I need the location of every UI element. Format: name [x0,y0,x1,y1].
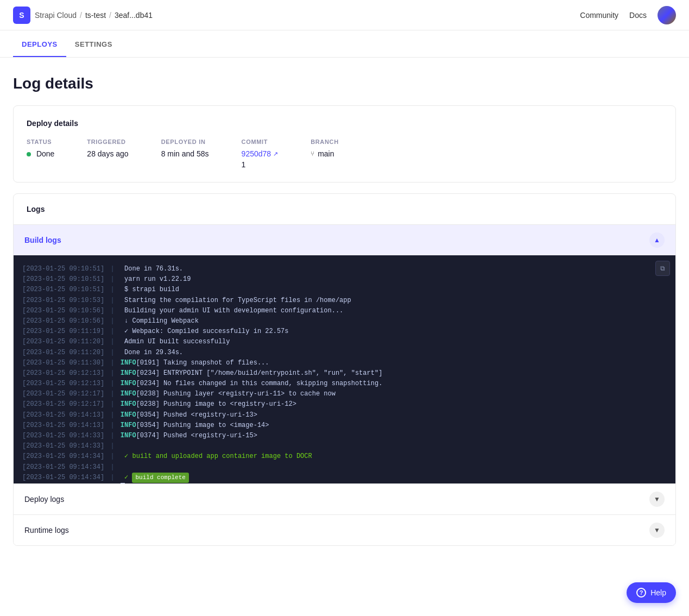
triggered-col: TRIGGERED 28 days ago [87,139,128,158]
deployed-in-label: DEPLOYED IN [161,139,209,145]
terminal-line: [2023-01-25 09:10:53] | Starting the com… [22,296,667,306]
cursor-block [121,483,125,483]
terminal-line: [2023-01-25 09:10:51] | yarn run v1.22.1… [22,274,667,285]
terminal-line: [2023-01-25 09:10:51] | Done in 76.31s. [22,264,667,274]
breadcrumb: Strapi Cloud / ts-test / 3eaf...db41 [35,11,153,20]
runtime-logs-section: Runtime logs ▼ [14,514,675,545]
terminal-line: [2023-01-25 09:14:34] | [22,483,667,483]
terminal-line: [2023-01-25 09:12:13] | INFO[0234] No fi… [22,379,667,389]
terminal-line: [2023-01-25 09:14:34] | ✓ build complete [22,473,667,483]
terminal-line: [2023-01-25 09:11:20] | Admin UI built s… [22,337,667,347]
commit-value: 9250d78 ↗ 1 [242,149,279,169]
tab-deploys[interactable]: DEPLOYS [13,33,66,57]
branch-col: BRANCH ⑂ main [311,139,339,158]
runtime-logs-title: Runtime logs [24,526,69,535]
terminal-line: [2023-01-25 09:12:13] | INFO[0234] ENTRY… [22,368,667,379]
terminal-line: [2023-01-25 09:14:13] | INFO[0354] Pushi… [22,420,667,431]
build-logs-terminal[interactable]: ⧉ [2023-01-25 09:10:51] | Done in 76.31s… [14,255,675,483]
deploy-logs-section: Deploy logs ▼ [14,483,675,514]
terminal-line: [2023-01-25 09:14:34] | ✓ built and uplo… [22,451,667,462]
breadcrumb-project[interactable]: ts-test [85,11,106,20]
build-logs-section: Build logs ▲ ⧉ [2023-01-25 09:10:51] | D… [14,224,675,483]
terminal-line: [2023-01-25 09:10:51] | $ strapi build [22,285,667,295]
logo-text: S [19,11,24,20]
triggered-label: TRIGGERED [87,139,128,145]
breadcrumb-commit: 3eaf...db41 [115,11,153,20]
deploy-details-card: Deploy details STATUS Done TRIGGERED 28 … [13,105,676,183]
status-dot [27,152,31,156]
terminal-line: [2023-01-25 09:10:56] | ↓ Compiling Webp… [22,316,667,326]
terminal-line: [2023-01-25 09:14:33] | [22,441,667,451]
deployed-in-col: DEPLOYED IN 8 min and 58s [161,139,209,158]
deployed-in-value: 8 min and 58s [161,149,209,158]
triggered-value: 28 days ago [87,149,128,158]
header-left: S Strapi Cloud / ts-test / 3eaf...db41 [13,7,153,24]
terminal-line: [2023-01-25 09:10:56] | Building your ad… [22,306,667,316]
status-col: STATUS Done [27,139,54,158]
copy-logs-button[interactable]: ⧉ [655,261,670,276]
commit-number: 1 [242,160,279,169]
deploy-logs-title: Deploy logs [24,495,64,504]
commit-col: COMMIT 9250d78 ↗ 1 [242,139,279,169]
tabs: DEPLOYS SETTINGS [0,33,689,58]
branch-label: BRANCH [311,139,339,145]
terminal-line: [2023-01-25 09:12:17] | INFO[0238] Pushi… [22,399,667,410]
terminal-line: [2023-01-25 09:11:19] | ✓ Webpack: Compi… [22,326,667,337]
build-logs-title: Build logs [24,236,61,244]
status-label: STATUS [27,139,54,145]
logs-card: Logs Build logs ▲ ⧉ [2023-01-25 09:10:51… [13,193,676,546]
build-logs-toggle[interactable]: ▲ [649,232,665,248]
build-complete-badge: build complete [132,473,188,483]
status-value: Done [27,149,54,158]
app-name: Strapi Cloud [35,11,77,20]
user-avatar[interactable] [658,6,676,24]
page-title: Log details [13,75,676,92]
deploy-logs-header[interactable]: Deploy logs ▼ [14,484,675,514]
terminal-line: [2023-01-25 09:11:20] | Done in 29.34s. [22,348,667,358]
deploy-grid: STATUS Done TRIGGERED 28 days ago DEPLOY… [27,139,662,169]
community-link[interactable]: Community [580,11,618,20]
branch-value: ⑂ main [311,149,339,158]
tab-settings[interactable]: SETTINGS [66,33,121,57]
terminal-line: [2023-01-25 09:14:34] | [22,462,667,473]
terminal-line: [2023-01-25 09:14:13] | INFO[0354] Pushe… [22,410,667,420]
deploy-logs-toggle[interactable]: ▼ [649,492,665,507]
logs-card-title: Logs [14,194,675,224]
breadcrumb-sep2: / [109,11,111,20]
deploy-details-title: Deploy details [27,119,662,128]
terminal-line: [2023-01-25 09:12:17] | INFO[0238] Pushi… [22,389,667,399]
build-logs-header[interactable]: Build logs ▲ [14,225,675,255]
terminal-line: [2023-01-25 09:11:30] | INFO[0191] Takin… [22,358,667,368]
breadcrumb-sep1: / [80,11,82,20]
branch-icon: ⑂ [311,150,314,158]
commit-label: COMMIT [242,139,279,145]
header: S Strapi Cloud / ts-test / 3eaf...db41 C… [0,0,689,30]
terminal-output: [2023-01-25 09:10:51] | Done in 76.31s. … [22,264,667,483]
external-link-icon: ↗ [273,150,278,158]
docs-link[interactable]: Docs [629,11,647,20]
commit-link[interactable]: 9250d78 ↗ [242,149,279,158]
header-right: Community Docs [580,6,676,24]
page-content: Log details Deploy details STATUS Done T… [0,58,689,563]
runtime-logs-header[interactable]: Runtime logs ▼ [14,515,675,545]
runtime-logs-toggle[interactable]: ▼ [649,523,665,538]
terminal-line: [2023-01-25 09:14:33] | INFO[0374] Pushe… [22,431,667,441]
logo: S [13,7,30,24]
